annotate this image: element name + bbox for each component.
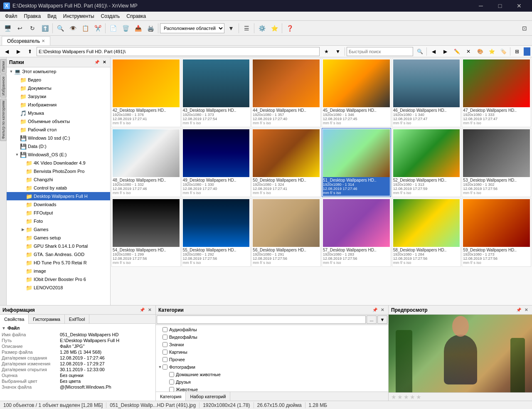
- star-5[interactable]: ★: [416, 394, 421, 400]
- cat-checkbox-7[interactable]: [169, 379, 174, 384]
- sidebar-close-btn[interactable]: ✕: [101, 59, 108, 66]
- toolbar-btn-5[interactable]: 🔍: [54, 22, 66, 34]
- close-button[interactable]: ✕: [510, 0, 529, 12]
- thumbnail-3[interactable]: 45_Desktop Wallpapers HD..1920x1080 - 1 …: [322, 58, 391, 127]
- cat-item-3[interactable]: Картины: [157, 348, 387, 356]
- toolbar-btn-14[interactable]: ☰: [241, 22, 252, 34]
- toggle-icon-computer[interactable]: ▼: [8, 69, 14, 74]
- cat-checkbox-2[interactable]: [163, 342, 167, 347]
- sidebar-item-downloads[interactable]: 📁Загрузки: [7, 92, 110, 101]
- sidebar-item-image[interactable]: 📁image: [7, 267, 110, 275]
- addr-back[interactable]: ◀: [2, 47, 12, 56]
- toolbar-btn-7[interactable]: 📋: [79, 22, 91, 34]
- addr-slider[interactable]: [524, 47, 530, 56]
- thumbnail-0[interactable]: 42_Desktop Wallpapers HD..1920x1080 - 1 …: [111, 58, 181, 127]
- sidebar-item-iobit[interactable]: 📁IObit Driver Booster Pro 6: [7, 275, 110, 283]
- addr-grid[interactable]: ⊞: [512, 47, 522, 56]
- cat-search-input[interactable]: [157, 315, 366, 324]
- sidebar-item-downloads2[interactable]: 📁Downloads: [7, 200, 110, 209]
- sidebar-item-desktop[interactable]: 📁Рабочий стол: [7, 126, 110, 134]
- sidebar-item-gamessetup[interactable]: 📁Games setup: [7, 234, 110, 242]
- addr-forward[interactable]: ▶: [13, 47, 23, 56]
- thumbnail-12[interactable]: 54_Desktop Wallpapers HD..1920x1080 - 1 …: [111, 198, 181, 267]
- sidebar-item-control[interactable]: 📁Control by xatab: [7, 184, 110, 192]
- thumbnail-5[interactable]: 47_Desktop Wallpapers HD..1920x1080 - 1 …: [462, 58, 531, 127]
- sidebar-item-ffoutput[interactable]: 📁FFOutput: [7, 209, 110, 217]
- sidebar-item-win10[interactable]: 💾Windows 10 ssd (C:): [7, 134, 110, 142]
- toolbar-btn-10[interactable]: 🗑️: [120, 22, 131, 34]
- sidebar-item-docs[interactable]: 📁Документы: [7, 84, 110, 92]
- toolbar-btn-2[interactable]: ↩: [14, 22, 26, 34]
- toggle-icon-games[interactable]: ▶: [20, 227, 26, 232]
- star-4[interactable]: ★: [410, 394, 415, 400]
- menu-help[interactable]: Справка: [123, 12, 149, 20]
- thumbnail-4[interactable]: 46_Desktop Wallpapers HD..1920x1080 - 1 …: [392, 58, 461, 127]
- preview-close-btn[interactable]: ✕: [523, 307, 530, 313]
- cat-bottom-tab-set[interactable]: Набор категорий: [186, 392, 230, 401]
- sidebar-item-hdtune[interactable]: 📁HD Tune Pro 5.70 Retai R: [7, 259, 110, 267]
- vert-tab-filter[interactable]: Фильтр по категориям: [0, 99, 7, 141]
- layout-combo[interactable]: Расположение областей: [160, 23, 224, 33]
- addr-del[interactable]: ✕: [463, 47, 473, 56]
- star-3[interactable]: ★: [404, 394, 409, 400]
- cat-dropdown-btn[interactable]: ▼: [377, 315, 387, 324]
- toolbar-btn-13[interactable]: ▼: [225, 22, 237, 34]
- cat-item-4[interactable]: Прочее: [157, 356, 387, 363]
- addr-tag[interactable]: 🏷️: [498, 47, 508, 56]
- sidebar-item-4kvideo[interactable]: 📁4K Video Downloader 4.9: [7, 159, 110, 167]
- addr-star[interactable]: ⭐: [487, 47, 497, 56]
- sidebar-item-gta[interactable]: 📁GTA. San Andreas. GOD: [7, 250, 110, 259]
- thumbnail-14[interactable]: 56_Desktop Wallpapers HD..1920x1080 - 1 …: [251, 198, 321, 267]
- thumbnail-1[interactable]: 43_Desktop Wallpapers HD..1920x1080 - 1 …: [182, 58, 251, 127]
- toolbar-btn-16[interactable]: ⭐: [268, 22, 280, 34]
- sidebar-item-images[interactable]: 📁Изображения: [7, 101, 110, 109]
- info-section-file[interactable]: ▼Файл: [2, 325, 154, 330]
- cat-close-btn[interactable]: ✕: [379, 307, 386, 313]
- sidebar-item-benvista[interactable]: 📁Benvista PhotoZoom Pro: [7, 167, 110, 175]
- menu-file[interactable]: Файл: [2, 12, 21, 20]
- cat-checkbox-1[interactable]: [163, 335, 167, 340]
- sidebar-item-computer[interactable]: ▼💻Этот компьютер: [7, 67, 110, 76]
- toggle-icon-win8[interactable]: ▼: [14, 153, 20, 157]
- sidebar-item-wallpapers[interactable]: 📁Desktop Wallpapers Full H: [7, 192, 110, 200]
- sidebar-item-games[interactable]: ▶📁Games: [7, 225, 110, 234]
- thumbnail-11[interactable]: 53_Desktop Wallpapers HD..1920x1080 - 1 …: [462, 128, 531, 197]
- toolbar-btn-6[interactable]: 👁️: [67, 22, 79, 34]
- vert-tab-favorites[interactable]: Избранное: [0, 74, 7, 98]
- star-2[interactable]: ★: [397, 394, 403, 400]
- cat-checkbox-4[interactable]: [163, 357, 167, 362]
- sidebar-item-music[interactable]: 🎵Музыка: [7, 109, 110, 117]
- sidebar-item-3d[interactable]: 📁Объемные объекты: [7, 117, 110, 126]
- address-input[interactable]: [37, 47, 320, 56]
- toolbar-btn-3[interactable]: ↻: [27, 22, 38, 34]
- toolbar-btn-4[interactable]: ⬆️: [39, 22, 51, 34]
- cat-item-5[interactable]: ▼Фотографии: [157, 363, 387, 371]
- thumbnail-6[interactable]: 48_Desktop Wallpapers HD..1920x1080 - 1 …: [111, 128, 181, 197]
- maximize-button[interactable]: □: [490, 0, 510, 12]
- cat-toggle-icon-5[interactable]: ▼: [158, 365, 163, 369]
- addr-up[interactable]: ⬆: [25, 47, 35, 56]
- sidebar-item-data[interactable]: 💾Data (D:): [7, 142, 110, 150]
- sidebar-item-foto[interactable]: 📁Foto: [7, 217, 110, 225]
- search-input[interactable]: [347, 47, 413, 56]
- tab-browser[interactable]: Обозреватель ✕: [2, 36, 50, 45]
- cat-item-6[interactable]: Домашние животные: [157, 371, 387, 378]
- sidebar-item-lenovo[interactable]: 📁LENOVO2018: [7, 283, 110, 292]
- menu-edit[interactable]: Правка: [21, 12, 44, 20]
- addr-edit[interactable]: ✏️: [452, 47, 462, 56]
- tab-properties[interactable]: Свойства: [0, 315, 29, 324]
- info-pin-btn[interactable]: 📌: [139, 307, 145, 313]
- toolbar-btn-17[interactable]: ❓: [284, 22, 296, 34]
- toolbar-btn-18[interactable]: ⊡: [519, 22, 530, 34]
- info-close-btn[interactable]: ✕: [146, 307, 153, 313]
- vert-tab-folders[interactable]: Папки: [0, 59, 7, 74]
- cat-checkbox-5[interactable]: [163, 365, 167, 370]
- toolbar-btn-12[interactable]: 🖨️: [145, 22, 156, 34]
- cat-item-7[interactable]: Друзья: [157, 378, 387, 386]
- addr-refresh[interactable]: ★: [321, 47, 331, 56]
- cat-checkbox-6[interactable]: [169, 372, 174, 377]
- toolbar-btn-15[interactable]: ⚙️: [256, 22, 268, 34]
- cat-bottom-tab-category[interactable]: Категория: [156, 392, 186, 401]
- cat-search-btn[interactable]: ...: [367, 315, 377, 324]
- toolbar-btn-8[interactable]: ✂️: [92, 22, 103, 34]
